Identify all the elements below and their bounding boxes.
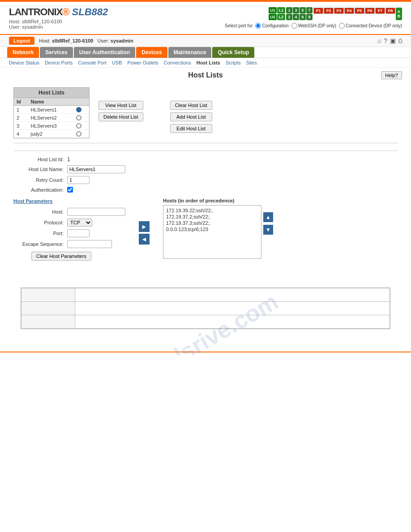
col-name: Name	[28, 98, 74, 106]
edit-host-list-button[interactable]: Edit Host List	[170, 124, 212, 133]
host-input[interactable]	[67, 208, 125, 216]
list-item[interactable]: 172.19.37.3;ssh/22;.	[165, 220, 259, 226]
p2-btn[interactable]: P2	[324, 8, 334, 14]
p4-btn[interactable]: P4	[344, 8, 354, 14]
p6-btn[interactable]: P6	[365, 8, 375, 14]
move-up-button[interactable]: ▲	[263, 212, 273, 222]
add-host-arrow[interactable]: ►	[139, 221, 150, 232]
hosts-box[interactable]: 172.19.39.22;ssh/22;.172.19.37.2;ssh/22;…	[163, 205, 261, 259]
config-radio[interactable]	[255, 23, 261, 29]
sub-scripts[interactable]: Scripts	[226, 60, 241, 65]
connected-radio-text: Connected Device (DP only)	[346, 23, 402, 28]
logo-brand: LANTRONIX® SLB882	[9, 6, 108, 18]
p-buttons: P1 P2 P3 P4 P5 P6 P7 P8 AB	[313, 8, 402, 20]
add-host-list-button[interactable]: Add Host List	[170, 112, 212, 121]
sub-device-ports[interactable]: Device Ports	[45, 60, 73, 65]
sub-host-lists[interactable]: Host Lists	[197, 60, 220, 65]
help-icon[interactable]: ?	[384, 37, 387, 44]
table-row[interactable]: 4 judy2	[14, 130, 89, 138]
sub-power-outlets[interactable]: Power Outlets	[127, 60, 158, 65]
user-value: sysadmin	[22, 24, 43, 30]
row-radio[interactable]	[73, 122, 89, 130]
sub-sites[interactable]: Sites	[246, 60, 257, 65]
list-item[interactable]: 0.0.0.123;tcp/6;123	[165, 226, 259, 232]
sub-usb[interactable]: USB	[112, 60, 122, 65]
sub-connections[interactable]: Connections	[164, 60, 191, 65]
protocol-select[interactable]: TCP UDP SSH Telnet	[67, 219, 92, 227]
row-id: 2	[14, 114, 28, 122]
p1-btn[interactable]: P1	[313, 8, 323, 14]
select-port-label: Select port for	[225, 23, 253, 28]
clear-host-list-button[interactable]: Clear Host List	[170, 101, 212, 110]
table-row[interactable]: 1 HLServers1	[14, 106, 89, 114]
window-icon[interactable]: ▣	[390, 37, 396, 44]
config-radio-label[interactable]: Configuration	[255, 23, 288, 29]
help-button[interactable]: Help?	[381, 71, 402, 79]
divider	[13, 143, 398, 143]
bottom-table-wrap	[21, 287, 390, 329]
row-radio[interactable]	[73, 106, 89, 114]
table-buttons: View Host List Delete Host List	[98, 87, 143, 121]
footer-bar	[0, 352, 411, 355]
retry-count-input[interactable]	[67, 176, 90, 184]
host-params-left: Host Parameters Host: Protocol: TCP UDP …	[13, 198, 125, 261]
sub-console-port[interactable]: Console Port	[78, 60, 107, 65]
sub-device-status[interactable]: Device Status	[9, 60, 39, 65]
print-icon[interactable]: ⎙	[398, 37, 402, 44]
nav-devices[interactable]: Devices	[136, 47, 167, 58]
nav-services[interactable]: Services	[40, 47, 73, 58]
nav-user-auth[interactable]: User Authentication	[74, 47, 136, 58]
col1	[21, 315, 75, 329]
nav-quick-setup[interactable]: Quick Setup	[212, 47, 254, 58]
page-header: Host Lists Help?	[0, 68, 411, 83]
p8-btn[interactable]: P8	[385, 8, 395, 14]
nav-menu: Network Services User Authentication Dev…	[0, 47, 411, 58]
authentication-label: Authentication:	[13, 187, 67, 193]
l1-label: L1	[277, 7, 285, 13]
row-name: HLServers3	[28, 122, 74, 130]
updown-buttons: ▲ ▼	[263, 205, 273, 259]
port-input[interactable]	[67, 229, 90, 237]
col1	[21, 302, 75, 315]
connected-radio-label[interactable]: Connected Device (DP only)	[339, 23, 402, 29]
home-icon[interactable]: ⌂	[377, 37, 381, 44]
table-row[interactable]: 3 HLServers3	[14, 122, 89, 130]
host-params-title-link[interactable]: Host Parameters	[13, 198, 52, 204]
view-host-list-button[interactable]: View Host List	[98, 101, 143, 110]
list-item[interactable]: 172.19.39.22;ssh/22;.	[165, 207, 259, 214]
escape-input[interactable]	[67, 240, 112, 248]
webssh-radio-label[interactable]: WebSSH (DP only)	[291, 23, 336, 29]
select-port-row: Select port for Configuration WebSSH (DP…	[225, 23, 402, 29]
table-row	[21, 302, 390, 315]
move-down-button[interactable]: ▼	[263, 225, 273, 235]
nav-maintenance[interactable]: Maintenance	[168, 47, 212, 58]
row-radio[interactable]	[73, 130, 89, 138]
form-row-name: Host List Name:	[13, 165, 398, 173]
user-label: User:	[9, 24, 22, 30]
lantronix-logo: LANTRONIX®	[9, 6, 69, 18]
p7-btn[interactable]: P7	[375, 8, 385, 14]
remove-host-arrow[interactable]: ◄	[139, 234, 150, 245]
form-row-auth: Authentication:	[13, 187, 398, 193]
authentication-checkbox[interactable]	[67, 187, 73, 193]
clear-host-params-button[interactable]: Clear Host Parameters	[31, 252, 91, 261]
logout-button[interactable]: Logout	[9, 37, 34, 45]
protocol-row: Protocol: TCP UDP SSH Telnet	[13, 219, 125, 227]
webssh-radio[interactable]	[291, 23, 297, 29]
p5-btn[interactable]: P5	[355, 8, 364, 14]
p3-btn[interactable]: P3	[334, 8, 344, 14]
table-row[interactable]: 2 HLServers2	[14, 114, 89, 122]
port-numbers: 1 3 5 7 2 4 6 8	[286, 7, 313, 20]
connected-radio[interactable]	[339, 23, 345, 29]
list-item[interactable]: 172.19.37.2;ssh/22;.	[165, 214, 259, 220]
config-radio-text: Configuration	[262, 23, 288, 28]
hosts-list-area: Hosts (in order of precedence) 172.19.39…	[163, 198, 273, 261]
header: LANTRONIX® SLB882 Host: slb8Ref_120-6100…	[0, 2, 411, 35]
row-radio[interactable]	[73, 114, 89, 122]
host-list-id-value: 1	[67, 156, 70, 163]
table-row	[21, 288, 390, 302]
nav-network[interactable]: Network	[7, 47, 39, 58]
host-list-name-input[interactable]	[67, 165, 125, 173]
host-label: Host:	[9, 19, 22, 24]
delete-host-list-button[interactable]: Delete Host List	[98, 112, 143, 121]
